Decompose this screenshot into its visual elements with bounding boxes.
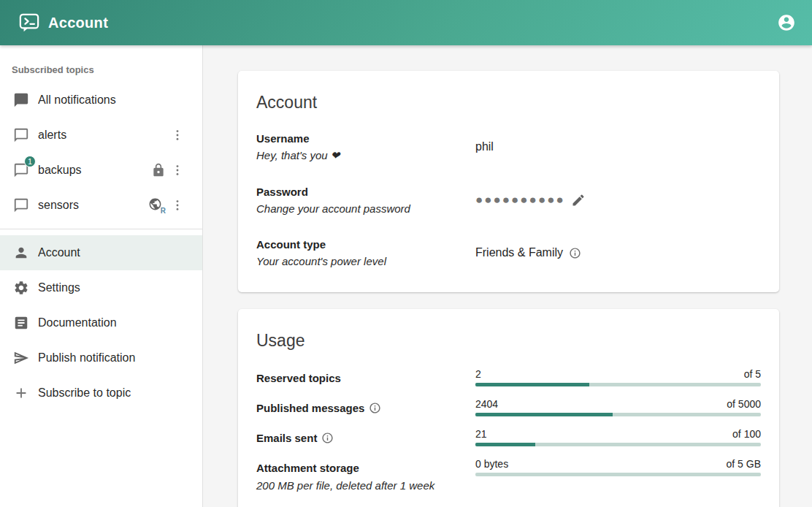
sidebar-item-all-notifications[interactable]: All notifications — [0, 83, 202, 118]
sidebar-item-topic-alerts[interactable]: alerts — [0, 118, 202, 153]
reserved-r-mark: R — [161, 207, 166, 215]
account-type-label: Account type — [256, 236, 475, 253]
password-label: Password — [256, 183, 475, 200]
unread-count-badge: 1 — [24, 156, 36, 167]
topic-menu-icon[interactable] — [170, 198, 185, 213]
topic-label: sensors — [38, 199, 148, 212]
sidebar-item-documentation[interactable]: Documentation — [0, 305, 202, 340]
emails-sent-label: Emails sent — [256, 430, 334, 446]
sidebar-item-topic-backups[interactable]: 1 backups — [0, 153, 202, 188]
gear-icon — [13, 279, 31, 297]
meter-value: 0 bytes — [475, 458, 508, 470]
account-type-row: Account type Your account's power level … — [256, 236, 761, 270]
usage-card-title: Usage — [256, 331, 761, 351]
sidebar: Subscribed topics All notifications aler… — [0, 45, 203, 507]
progress-fill — [475, 383, 589, 386]
emails-sent-row: Emails sent 21 of 100 — [256, 428, 761, 446]
subscribed-topics-heading: Subscribed topics — [0, 54, 202, 83]
edit-pencil-icon[interactable] — [571, 193, 586, 207]
reserved-topic-globe-icon: R — [148, 197, 166, 213]
topic-menu-icon[interactable] — [170, 128, 185, 142]
usage-card: Usage Reserved topics 2 of 5 — [238, 309, 779, 507]
account-card: Account Username Hey, that's you ❤ phil … — [238, 71, 779, 292]
info-icon[interactable] — [369, 402, 381, 414]
topic-label: backups — [38, 164, 151, 177]
chat-bubble-outline-icon — [13, 197, 31, 214]
sidebar-item-account[interactable]: Account — [0, 235, 202, 270]
progress-bar — [475, 383, 761, 386]
sidebar-item-topic-sensors[interactable]: sensors R — [0, 188, 202, 223]
password-row: Password Change your account password ●●… — [256, 183, 761, 218]
meter-limit: of 5 GB — [727, 458, 761, 470]
progress-fill — [475, 443, 535, 446]
published-messages-label: Published messages — [256, 400, 381, 416]
account-card-title: Account — [256, 93, 761, 113]
password-mask: ●●●●●●●●●● — [475, 194, 565, 206]
meter-limit: of 5 — [744, 368, 761, 380]
progress-fill — [475, 413, 613, 416]
username-label: Username — [256, 130, 475, 147]
published-messages-row: Published messages 2404 of 5000 — [256, 398, 761, 416]
nav-label: Settings — [38, 281, 191, 294]
chat-bubble-outline-icon: 1 — [13, 161, 31, 179]
account-type-value: Friends & Family — [475, 246, 563, 259]
password-description: Change your account password — [256, 200, 475, 217]
meter-limit: of 5000 — [727, 398, 761, 410]
lock-icon — [151, 163, 166, 178]
account-type-description: Your account's power level — [256, 253, 475, 270]
progress-bar — [475, 473, 761, 476]
plus-icon — [13, 384, 31, 402]
reserved-topics-label: Reserved topics — [256, 370, 341, 386]
page-title: Account — [48, 15, 777, 31]
meter-value: 2404 — [475, 398, 498, 410]
username-description: Hey, that's you ❤ — [256, 147, 475, 164]
send-icon — [13, 349, 31, 367]
sidebar-item-settings[interactable]: Settings — [0, 270, 202, 305]
meter-value: 21 — [475, 428, 487, 440]
ntfy-logo-icon — [19, 12, 39, 33]
topic-label: alerts — [38, 129, 170, 142]
username-value: phil — [475, 140, 494, 153]
topic-menu-icon[interactable] — [170, 163, 185, 178]
article-icon — [13, 314, 31, 332]
meter-limit: of 100 — [732, 428, 761, 440]
chat-bubble-outline-icon — [13, 126, 31, 144]
sidebar-divider — [0, 229, 202, 229]
meter-value: 2 — [475, 368, 481, 380]
nav-label: Documentation — [38, 316, 191, 329]
progress-bar — [475, 413, 761, 416]
chat-bubble-filled-icon — [13, 91, 31, 109]
topic-label: All notifications — [38, 94, 191, 107]
info-icon[interactable] — [569, 247, 581, 259]
attachment-storage-description: 200 MB per file, deleted after 1 week — [256, 477, 475, 494]
nav-label: Subscribe to topic — [38, 386, 191, 400]
main-content: Account Username Hey, that's you ❤ phil … — [203, 45, 812, 507]
person-icon — [13, 244, 31, 262]
attachment-storage-row: Attachment storage 200 MB per file, dele… — [256, 458, 761, 494]
info-icon[interactable] — [321, 432, 334, 444]
app-header: Account — [0, 0, 812, 45]
attachment-storage-label: Attachment storage — [256, 460, 359, 476]
nav-label: Account — [38, 246, 191, 259]
progress-bar — [475, 443, 761, 446]
nav-label: Publish notification — [38, 351, 191, 365]
sidebar-item-publish-notification[interactable]: Publish notification — [0, 340, 202, 376]
account-circle-icon[interactable] — [777, 13, 796, 32]
username-row: Username Hey, that's you ❤ phil — [256, 130, 761, 164]
reserved-topics-row: Reserved topics 2 of 5 — [256, 368, 761, 386]
sidebar-item-subscribe-to-topic[interactable]: Subscribe to topic — [0, 376, 202, 411]
